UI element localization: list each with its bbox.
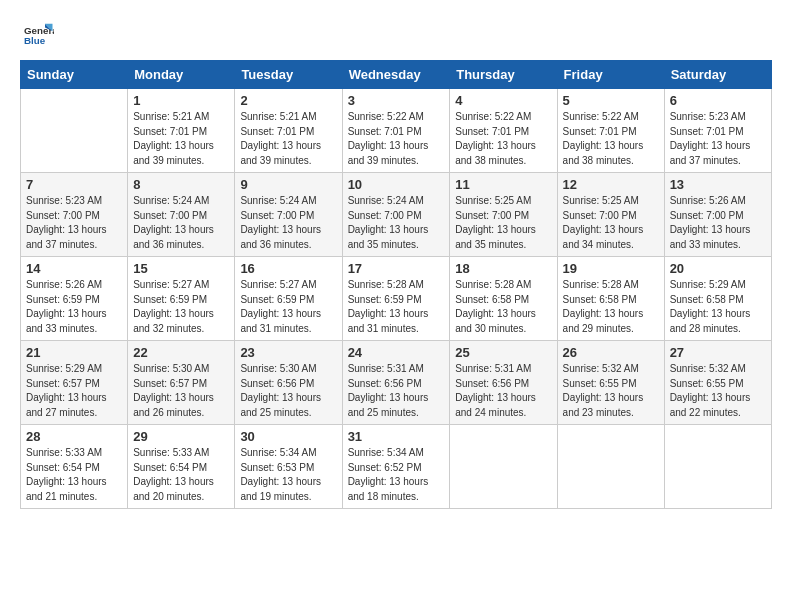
calendar-cell: 4Sunrise: 5:22 AMSunset: 7:01 PMDaylight… <box>450 89 557 173</box>
calendar-cell: 25Sunrise: 5:31 AMSunset: 6:56 PMDayligh… <box>450 341 557 425</box>
calendar-cell: 20Sunrise: 5:29 AMSunset: 6:58 PMDayligh… <box>664 257 771 341</box>
calendar-cell <box>557 425 664 509</box>
calendar-cell: 8Sunrise: 5:24 AMSunset: 7:00 PMDaylight… <box>128 173 235 257</box>
day-number: 8 <box>133 177 229 192</box>
calendar-cell <box>664 425 771 509</box>
day-number: 25 <box>455 345 551 360</box>
day-info: Sunrise: 5:27 AMSunset: 6:59 PMDaylight:… <box>133 278 229 336</box>
day-info: Sunrise: 5:31 AMSunset: 6:56 PMDaylight:… <box>455 362 551 420</box>
day-number: 5 <box>563 93 659 108</box>
calendar-cell: 7Sunrise: 5:23 AMSunset: 7:00 PMDaylight… <box>21 173 128 257</box>
day-number: 27 <box>670 345 766 360</box>
calendar-cell <box>450 425 557 509</box>
calendar-cell: 23Sunrise: 5:30 AMSunset: 6:56 PMDayligh… <box>235 341 342 425</box>
calendar-cell: 3Sunrise: 5:22 AMSunset: 7:01 PMDaylight… <box>342 89 450 173</box>
day-number: 11 <box>455 177 551 192</box>
day-number: 1 <box>133 93 229 108</box>
day-number: 7 <box>26 177 122 192</box>
weekday-header-wednesday: Wednesday <box>342 61 450 89</box>
day-info: Sunrise: 5:21 AMSunset: 7:01 PMDaylight:… <box>240 110 336 168</box>
day-info: Sunrise: 5:28 AMSunset: 6:58 PMDaylight:… <box>455 278 551 336</box>
calendar-cell: 11Sunrise: 5:25 AMSunset: 7:00 PMDayligh… <box>450 173 557 257</box>
day-info: Sunrise: 5:30 AMSunset: 6:56 PMDaylight:… <box>240 362 336 420</box>
calendar-cell: 21Sunrise: 5:29 AMSunset: 6:57 PMDayligh… <box>21 341 128 425</box>
day-number: 12 <box>563 177 659 192</box>
day-info: Sunrise: 5:24 AMSunset: 7:00 PMDaylight:… <box>133 194 229 252</box>
day-info: Sunrise: 5:34 AMSunset: 6:52 PMDaylight:… <box>348 446 445 504</box>
svg-text:Blue: Blue <box>24 35 46 46</box>
day-info: Sunrise: 5:23 AMSunset: 7:00 PMDaylight:… <box>26 194 122 252</box>
calendar-cell: 10Sunrise: 5:24 AMSunset: 7:00 PMDayligh… <box>342 173 450 257</box>
day-info: Sunrise: 5:21 AMSunset: 7:01 PMDaylight:… <box>133 110 229 168</box>
day-number: 26 <box>563 345 659 360</box>
calendar-cell: 27Sunrise: 5:32 AMSunset: 6:55 PMDayligh… <box>664 341 771 425</box>
calendar-cell: 16Sunrise: 5:27 AMSunset: 6:59 PMDayligh… <box>235 257 342 341</box>
day-number: 10 <box>348 177 445 192</box>
day-info: Sunrise: 5:29 AMSunset: 6:57 PMDaylight:… <box>26 362 122 420</box>
calendar-cell: 19Sunrise: 5:28 AMSunset: 6:58 PMDayligh… <box>557 257 664 341</box>
weekday-header-monday: Monday <box>128 61 235 89</box>
day-number: 13 <box>670 177 766 192</box>
day-info: Sunrise: 5:33 AMSunset: 6:54 PMDaylight:… <box>133 446 229 504</box>
calendar-cell: 1Sunrise: 5:21 AMSunset: 7:01 PMDaylight… <box>128 89 235 173</box>
day-info: Sunrise: 5:22 AMSunset: 7:01 PMDaylight:… <box>563 110 659 168</box>
day-info: Sunrise: 5:22 AMSunset: 7:01 PMDaylight:… <box>348 110 445 168</box>
day-info: Sunrise: 5:28 AMSunset: 6:58 PMDaylight:… <box>563 278 659 336</box>
day-info: Sunrise: 5:34 AMSunset: 6:53 PMDaylight:… <box>240 446 336 504</box>
calendar-cell: 18Sunrise: 5:28 AMSunset: 6:58 PMDayligh… <box>450 257 557 341</box>
calendar-cell: 26Sunrise: 5:32 AMSunset: 6:55 PMDayligh… <box>557 341 664 425</box>
day-number: 2 <box>240 93 336 108</box>
day-number: 29 <box>133 429 229 444</box>
day-info: Sunrise: 5:25 AMSunset: 7:00 PMDaylight:… <box>455 194 551 252</box>
day-info: Sunrise: 5:29 AMSunset: 6:58 PMDaylight:… <box>670 278 766 336</box>
day-number: 30 <box>240 429 336 444</box>
day-number: 14 <box>26 261 122 276</box>
calendar-cell: 6Sunrise: 5:23 AMSunset: 7:01 PMDaylight… <box>664 89 771 173</box>
calendar-cell: 2Sunrise: 5:21 AMSunset: 7:01 PMDaylight… <box>235 89 342 173</box>
calendar-week-row: 28Sunrise: 5:33 AMSunset: 6:54 PMDayligh… <box>21 425 772 509</box>
calendar-cell: 30Sunrise: 5:34 AMSunset: 6:53 PMDayligh… <box>235 425 342 509</box>
day-info: Sunrise: 5:24 AMSunset: 7:00 PMDaylight:… <box>348 194 445 252</box>
logo: General Blue <box>20 20 54 50</box>
day-number: 18 <box>455 261 551 276</box>
day-number: 3 <box>348 93 445 108</box>
calendar-cell: 22Sunrise: 5:30 AMSunset: 6:57 PMDayligh… <box>128 341 235 425</box>
weekday-header-thursday: Thursday <box>450 61 557 89</box>
day-number: 23 <box>240 345 336 360</box>
calendar-cell: 24Sunrise: 5:31 AMSunset: 6:56 PMDayligh… <box>342 341 450 425</box>
weekday-header-tuesday: Tuesday <box>235 61 342 89</box>
calendar-cell: 12Sunrise: 5:25 AMSunset: 7:00 PMDayligh… <box>557 173 664 257</box>
day-info: Sunrise: 5:27 AMSunset: 6:59 PMDaylight:… <box>240 278 336 336</box>
calendar-cell <box>21 89 128 173</box>
calendar-table: SundayMondayTuesdayWednesdayThursdayFrid… <box>20 60 772 509</box>
day-info: Sunrise: 5:23 AMSunset: 7:01 PMDaylight:… <box>670 110 766 168</box>
weekday-header-saturday: Saturday <box>664 61 771 89</box>
day-info: Sunrise: 5:22 AMSunset: 7:01 PMDaylight:… <box>455 110 551 168</box>
day-number: 15 <box>133 261 229 276</box>
day-number: 20 <box>670 261 766 276</box>
calendar-week-row: 1Sunrise: 5:21 AMSunset: 7:01 PMDaylight… <box>21 89 772 173</box>
calendar-cell: 31Sunrise: 5:34 AMSunset: 6:52 PMDayligh… <box>342 425 450 509</box>
day-number: 19 <box>563 261 659 276</box>
day-info: Sunrise: 5:26 AMSunset: 6:59 PMDaylight:… <box>26 278 122 336</box>
calendar-cell: 17Sunrise: 5:28 AMSunset: 6:59 PMDayligh… <box>342 257 450 341</box>
day-number: 4 <box>455 93 551 108</box>
day-info: Sunrise: 5:33 AMSunset: 6:54 PMDaylight:… <box>26 446 122 504</box>
day-number: 24 <box>348 345 445 360</box>
calendar-week-row: 14Sunrise: 5:26 AMSunset: 6:59 PMDayligh… <box>21 257 772 341</box>
day-number: 21 <box>26 345 122 360</box>
day-number: 17 <box>348 261 445 276</box>
calendar-cell: 29Sunrise: 5:33 AMSunset: 6:54 PMDayligh… <box>128 425 235 509</box>
day-number: 6 <box>670 93 766 108</box>
calendar-cell: 15Sunrise: 5:27 AMSunset: 6:59 PMDayligh… <box>128 257 235 341</box>
day-number: 22 <box>133 345 229 360</box>
weekday-header-sunday: Sunday <box>21 61 128 89</box>
day-info: Sunrise: 5:28 AMSunset: 6:59 PMDaylight:… <box>348 278 445 336</box>
calendar-week-row: 7Sunrise: 5:23 AMSunset: 7:00 PMDaylight… <box>21 173 772 257</box>
day-number: 9 <box>240 177 336 192</box>
weekday-header-friday: Friday <box>557 61 664 89</box>
day-number: 28 <box>26 429 122 444</box>
day-number: 16 <box>240 261 336 276</box>
day-info: Sunrise: 5:31 AMSunset: 6:56 PMDaylight:… <box>348 362 445 420</box>
day-info: Sunrise: 5:32 AMSunset: 6:55 PMDaylight:… <box>563 362 659 420</box>
